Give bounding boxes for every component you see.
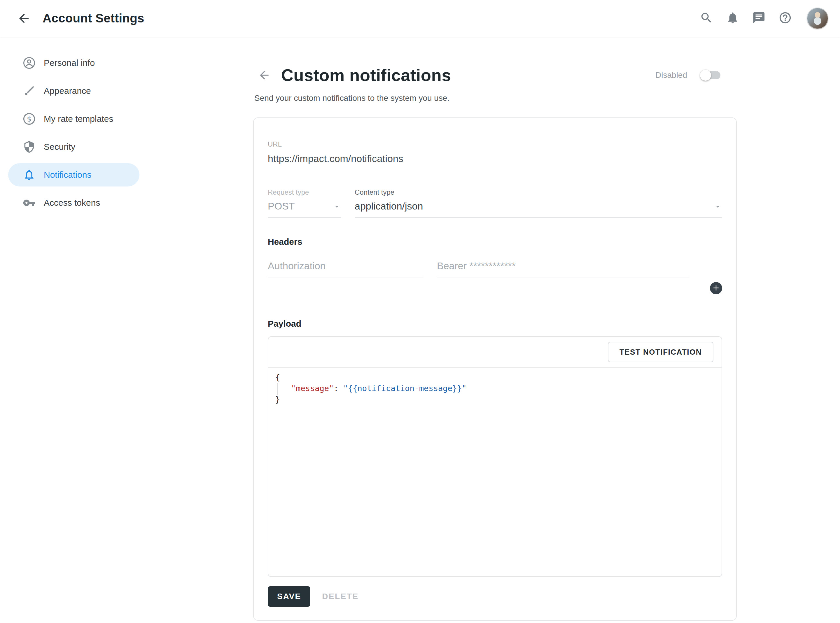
test-notification-button[interactable]: TEST NOTIFICATION xyxy=(608,342,714,362)
payload-code-input[interactable]: { "message": "{{notification-message}}" … xyxy=(268,368,722,576)
payload-editor-toolbar: TEST NOTIFICATION xyxy=(268,337,722,368)
app-title: Account Settings xyxy=(43,11,145,25)
sidebar-item-label: Security xyxy=(44,142,75,152)
help-button[interactable] xyxy=(778,11,792,25)
code-line: { xyxy=(275,372,715,383)
sidebar-item-label: Appearance xyxy=(44,86,91,96)
chevron-down-icon xyxy=(332,202,341,211)
toggle-state-label: Disabled xyxy=(655,71,687,80)
delete-button[interactable]: DELETE xyxy=(322,592,358,601)
json-value: "{{notification-message}}" xyxy=(343,384,467,393)
payload-title: Payload xyxy=(268,319,722,329)
page-back-button[interactable] xyxy=(258,69,271,81)
payload-editor: TEST NOTIFICATION { "message": "{{notifi… xyxy=(268,336,722,577)
enable-toggle-group: Disabled xyxy=(655,71,720,80)
bell-icon xyxy=(726,11,739,26)
request-type-label: Request type xyxy=(268,188,341,196)
sidebar-item-label: Access tokens xyxy=(44,198,100,208)
page-subtitle: Send your custom notifications to the sy… xyxy=(254,94,735,103)
notification-settings-card: URL Request type POST xyxy=(253,117,737,621)
arrow-back-icon xyxy=(17,21,31,26)
type-row: Request type POST Content type xyxy=(268,188,722,218)
sidebar-item-personal-info[interactable]: Personal info xyxy=(8,51,139,75)
headers-title: Headers xyxy=(268,237,722,247)
headers-section: Headers xyxy=(268,237,722,294)
page-title: Custom notifications xyxy=(281,65,451,85)
sidebar-item-notifications[interactable]: Notifications xyxy=(8,163,139,187)
search-icon xyxy=(700,11,713,26)
form-actions: SAVE DELETE xyxy=(268,586,722,607)
toggle-thumb xyxy=(700,70,711,81)
chevron-down-icon xyxy=(714,202,722,211)
settings-sidebar: Personal info Appearance $ My rate templ… xyxy=(0,37,140,219)
sidebar-item-my-rate-templates[interactable]: $ My rate templates xyxy=(8,107,139,130)
svg-text:$: $ xyxy=(27,115,31,123)
json-key: "message" xyxy=(291,384,334,393)
topbar-back-button[interactable] xyxy=(17,11,31,25)
code-line: "message": "{{notification-message}}" xyxy=(275,383,715,394)
sidebar-item-access-tokens[interactable]: Access tokens xyxy=(8,191,139,215)
bell-outline-icon xyxy=(23,169,35,181)
arrow-back-icon xyxy=(258,78,271,83)
search-button[interactable] xyxy=(699,11,714,25)
payload-section: Payload TEST NOTIFICATION { "message": "… xyxy=(268,319,722,577)
content-type-label: Content type xyxy=(355,188,722,196)
indent-guide-line xyxy=(277,383,278,395)
brush-icon xyxy=(23,84,35,97)
json-separator: : xyxy=(334,384,343,393)
sidebar-item-label: Notifications xyxy=(44,170,91,180)
sidebar-item-label: Personal info xyxy=(44,58,95,68)
header-name-input[interactable] xyxy=(268,260,423,278)
sidebar-item-label: My rate templates xyxy=(44,114,113,124)
notifications-button[interactable] xyxy=(726,11,740,25)
request-type-select[interactable]: Request type POST xyxy=(268,188,341,218)
header-value-input[interactable] xyxy=(437,260,689,278)
person-icon xyxy=(23,57,35,69)
add-header-button[interactable] xyxy=(710,282,722,294)
account-settings-page: Account Settings xyxy=(0,0,840,623)
code-line: } xyxy=(275,394,715,405)
topbar: Account Settings xyxy=(0,0,840,37)
plus-icon xyxy=(712,284,720,293)
user-avatar[interactable] xyxy=(807,8,828,29)
shield-icon xyxy=(23,140,35,153)
url-label: URL xyxy=(268,140,722,148)
topbar-actions xyxy=(699,8,828,29)
key-icon xyxy=(23,196,35,209)
chat-icon xyxy=(752,11,766,26)
sidebar-item-security[interactable]: Security xyxy=(8,135,139,158)
sidebar-item-appearance[interactable]: Appearance xyxy=(8,79,139,103)
request-type-value: POST xyxy=(268,201,295,212)
save-button[interactable]: SAVE xyxy=(268,586,310,607)
content-type-value: application/json xyxy=(355,201,423,212)
main-content: Custom notifications Disabled Send your … xyxy=(140,37,840,621)
url-input[interactable] xyxy=(268,153,722,170)
url-field-block: URL xyxy=(268,140,722,170)
messages-button[interactable] xyxy=(752,11,766,25)
disabled-toggle[interactable] xyxy=(701,71,720,79)
page-header: Custom notifications Disabled xyxy=(252,65,735,85)
help-icon xyxy=(778,11,792,26)
dollar-circle-icon: $ xyxy=(23,112,35,125)
content-type-select[interactable]: Content type application/json xyxy=(355,188,722,218)
